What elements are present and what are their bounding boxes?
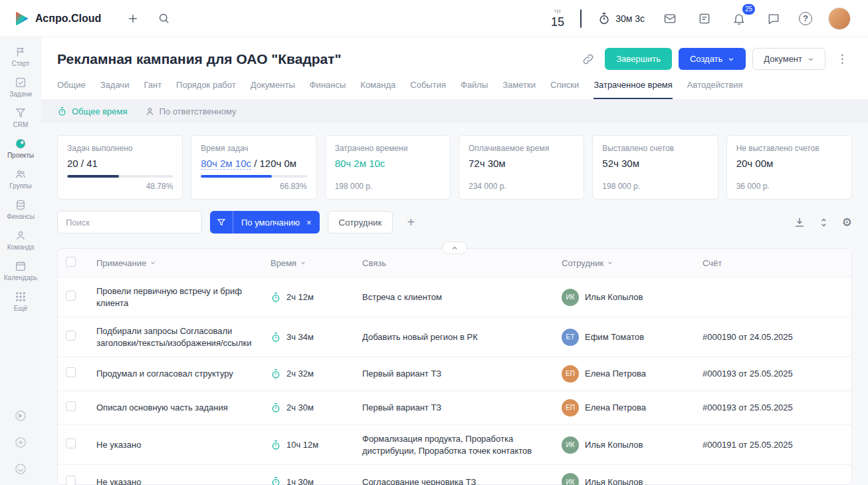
subtab-total-time[interactable]: Общее время: [57, 106, 128, 116]
copy-link-icon[interactable]: [578, 49, 598, 69]
stat-amount: 36 000 р.: [736, 182, 842, 191]
table-row[interactable]: Провели первичную встречу и бриф клиента…: [58, 277, 851, 317]
stat-value: 20ч 00м: [736, 158, 842, 169]
header-time[interactable]: Время: [263, 249, 354, 277]
employee-avatar: ЕП: [562, 365, 579, 383]
table-row[interactable]: Не указано 1ч 30м Согласование черновика…: [58, 465, 851, 485]
subtab-by-responsible[interactable]: По ответственному: [145, 106, 237, 116]
stat-value: 52ч 30м: [602, 158, 708, 169]
more-menu-icon[interactable]: ⋮: [832, 49, 852, 69]
main-area: Рекламная кампания для ОАО "Квадрат" Зав…: [41, 37, 868, 485]
collapse-table-button[interactable]: [442, 242, 467, 254]
add-button[interactable]: [124, 9, 142, 28]
tab-spiski[interactable]: Списки: [550, 80, 579, 99]
brand[interactable]: Аспро.Cloud: [13, 11, 101, 27]
note-cell: Продумал и согласовал структуру: [88, 357, 263, 391]
tab-dokumenty[interactable]: Документы: [251, 80, 295, 99]
filter-remove-icon[interactable]: ×: [305, 218, 320, 228]
employee-name: Елена Петрова: [585, 402, 646, 414]
table-row[interactable]: Не указано 10ч 12м Формализация продукта…: [58, 425, 851, 465]
stat-card-invoiced: Выставлено счетов 52ч 30м 198 000 р.: [592, 135, 718, 200]
search-icon[interactable]: [154, 9, 173, 28]
collapse-rows-icon[interactable]: [819, 218, 829, 228]
row-checkbox[interactable]: [66, 438, 76, 448]
time-stopwatch-icon: [271, 332, 281, 343]
notes-icon[interactable]: [695, 9, 714, 28]
tab-zametki[interactable]: Заметки: [502, 80, 536, 99]
create-button-label: Создать: [690, 54, 722, 64]
row-checkbox[interactable]: [66, 367, 76, 377]
note-cell: Подбирали запросы Согласовали заголовки/…: [88, 317, 263, 357]
sidebar-item-projects[interactable]: Проекты: [0, 133, 41, 164]
sidebar-item-tasks[interactable]: Задачи: [0, 72, 41, 102]
tab-obshchie[interactable]: Общие: [57, 80, 86, 99]
list-toolbar: По умолчанию × Сотрудник + ⚙: [57, 211, 852, 234]
export-download-icon[interactable]: [794, 216, 806, 228]
extra-app-icon[interactable]: [14, 436, 27, 449]
tab-poryadok-rabot[interactable]: Порядок работ: [176, 80, 236, 99]
chat-icon[interactable]: [764, 9, 783, 28]
sidebar-item-calendar[interactable]: Календарь: [0, 255, 41, 286]
select-all-cell: [58, 249, 88, 277]
table-row[interactable]: Подбирали запросы Согласовали заголовки/…: [58, 317, 851, 357]
document-button[interactable]: Документ: [752, 48, 825, 70]
row-checkbox[interactable]: [66, 331, 76, 341]
filter-chip-default[interactable]: По умолчанию ×: [210, 211, 320, 234]
table-row[interactable]: Описал основную часть задания 2ч 30м Пер…: [58, 391, 851, 425]
stat-amount: 198 000 р.: [335, 182, 441, 191]
chevron-down-icon: [728, 56, 734, 63]
tab-fajly[interactable]: Файлы: [461, 80, 488, 99]
mail-icon[interactable]: [661, 9, 679, 28]
sidebar-item-team[interactable]: Команда: [0, 225, 41, 255]
time-entries-table-card: Примечание Время Связь Сотрудник Счёт Пр…: [57, 248, 852, 485]
row-checkbox[interactable]: [66, 291, 76, 301]
timer-widget[interactable]: 30м 3с: [597, 12, 645, 25]
tab-avtodejstviya[interactable]: Автодействия: [687, 80, 743, 99]
tab-finansy[interactable]: Финансы: [310, 80, 346, 99]
subtab-label: Общее время: [72, 106, 128, 116]
extra-app-icon[interactable]: [14, 409, 27, 422]
sidebar-item-crm[interactable]: CRM: [0, 102, 41, 133]
notifications-bell-icon[interactable]: 25: [730, 9, 748, 28]
sidebar: Старт Задачи CRM Проекты Группы Финансы: [0, 37, 41, 485]
tab-gant[interactable]: Гант: [144, 80, 162, 99]
row-checkbox[interactable]: [66, 476, 76, 485]
extra-app-icon[interactable]: [14, 462, 27, 476]
add-filter-icon[interactable]: +: [401, 212, 421, 232]
row-checkbox[interactable]: [66, 401, 76, 411]
header-invoice[interactable]: Счёт: [695, 249, 851, 277]
sidebar-item-more[interactable]: Ещё: [0, 286, 41, 317]
employee-filter-button[interactable]: Сотрудник: [328, 211, 393, 234]
stat-value-rest: / 120ч 0м: [251, 158, 296, 169]
calendar-weekday: Чт: [554, 9, 561, 15]
finish-button[interactable]: Завершить: [605, 48, 672, 70]
time-stopwatch-icon: [271, 292, 281, 303]
header-note[interactable]: Примечание: [88, 249, 263, 277]
sidebar-item-groups[interactable]: Группы: [0, 164, 41, 194]
tab-sobytiya[interactable]: События: [410, 80, 446, 99]
calendar-date-widget[interactable]: Чт 15: [551, 9, 564, 28]
stat-label: Время задач: [201, 144, 306, 153]
relation-cell: Формализация продукта, Проработка дистри…: [354, 425, 554, 465]
help-icon[interactable]: ?: [799, 12, 812, 25]
create-button[interactable]: Создать: [679, 48, 746, 70]
tab-komanda[interactable]: Команда: [360, 80, 395, 99]
sidebar-item-start[interactable]: Старт: [0, 41, 41, 72]
progress-bar: [201, 175, 306, 178]
search-input[interactable]: [57, 211, 202, 234]
table-row[interactable]: Продумал и согласовал структуру 2ч 32м П…: [58, 357, 851, 391]
content: Задач выполнено 20 / 41 48.78% Время зад…: [41, 123, 868, 485]
select-all-checkbox[interactable]: [66, 257, 76, 267]
stat-label: Не выставлено счетов: [736, 144, 842, 153]
sidebar-item-finance[interactable]: Финансы: [0, 194, 41, 225]
user-avatar[interactable]: [828, 7, 851, 30]
time-stopwatch-icon: [271, 369, 281, 379]
settings-gear-icon[interactable]: ⚙: [842, 217, 852, 228]
page-title: Рекламная кампания для ОАО "Квадрат": [57, 51, 342, 67]
tab-zatrachennoe-vremya[interactable]: Затраченное время: [594, 80, 673, 99]
header-employee[interactable]: Сотрудник: [554, 249, 695, 277]
time-link[interactable]: 80ч 2м 10с: [201, 158, 251, 170]
sort-chevron-icon: [300, 258, 306, 268]
tab-zadachi[interactable]: Задачи: [100, 80, 130, 99]
employee-name: Елена Петрова: [585, 368, 646, 380]
